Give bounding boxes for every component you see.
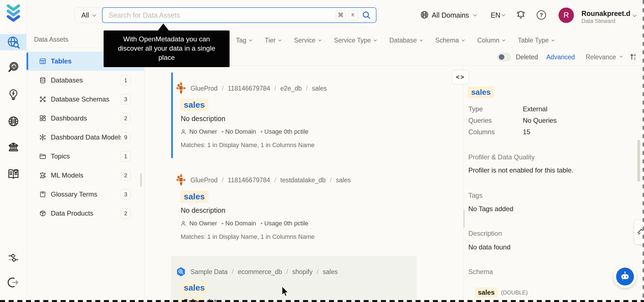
language-chevron-icon [501, 13, 505, 16]
result-title[interactable]: sales [180, 190, 208, 203]
package-icon [39, 210, 46, 217]
profiler-text: Profiler is not enabled for this table. [468, 166, 573, 174]
chevron-down-icon [249, 38, 252, 41]
sidebar-item-glossary-terms[interactable]: Glossary Terms 3 [27, 185, 144, 204]
help-button[interactable]: ? [537, 10, 546, 20]
glue-service-icon [176, 82, 186, 95]
filter-schema[interactable]: Schema [435, 37, 464, 44]
sidebar-item-ml-models[interactable]: ML Models 2 [27, 166, 144, 185]
user-avatar[interactable]: R [559, 8, 574, 23]
filter-service-type[interactable]: Service Type [334, 37, 376, 44]
result-title[interactable]: sales [180, 99, 208, 111]
schema-field-type: (DOUBLE) [501, 289, 528, 296]
incidents-bulb-icon[interactable] [0, 86, 27, 102]
global-search-bar[interactable]: ⌘ K [102, 7, 376, 23]
domain-value: No Domain [220, 220, 256, 227]
domains-chevron-icon [473, 13, 477, 16]
result-description: No description [181, 206, 225, 214]
chevron-down-icon [318, 38, 321, 41]
robot-icon [616, 268, 634, 286]
owner-value: No Owner [189, 220, 217, 227]
openmetadata-logo[interactable] [6, 4, 21, 23]
filter-service[interactable]: Service [294, 37, 321, 44]
avatar-initial: R [564, 11, 569, 20]
breadcrumb[interactable]: Sample Data ecommerce_db shopify sales [190, 268, 338, 276]
schema-icon [39, 96, 46, 103]
schema-field-row[interactable]: sales (DOUBLE) [475, 287, 528, 298]
onboarding-tooltip: With OpenMetadata you can discover all y… [104, 30, 230, 67]
info-label-queries: Queries [468, 117, 492, 124]
count-badge: 3 [121, 94, 131, 105]
sidebar-item-databases[interactable]: Databases 1 [27, 71, 144, 90]
filter-column[interactable]: Column [477, 37, 504, 44]
user-role: Data Steward [581, 18, 615, 24]
user-name: Rounakpreet.d [581, 10, 630, 18]
language-label: EN [491, 11, 500, 19]
filter-database[interactable]: Database [389, 37, 422, 44]
domain-value: No Domain [220, 128, 256, 135]
filter-table-type[interactable]: Table Type [518, 37, 554, 44]
result-title[interactable]: sales [180, 282, 208, 294]
info-value-type: External [523, 105, 547, 113]
glossary-icon [39, 191, 46, 198]
ml-model-icon [39, 172, 46, 179]
breadcrumb[interactable]: GlueProd 118146679784 e2e_db sales [190, 85, 327, 92]
sidebar-item-database-schemas[interactable]: Database Schemas 3 [27, 90, 144, 109]
chevron-down-icon [278, 38, 282, 41]
count-badge: 9 [121, 132, 131, 143]
selected-indicator-bar [171, 72, 173, 158]
filter-tier[interactable]: Tier [265, 37, 281, 44]
logout-icon[interactable] [0, 275, 27, 290]
usage-value: Usage 0th pctile [259, 128, 308, 135]
data-assets-sidebar: Data Assets Tables Databases 1 Database … [27, 29, 144, 302]
chevron-down-icon [92, 13, 96, 17]
chevron-down-icon [462, 38, 465, 41]
sidebar-item-data-products[interactable]: Data Products 2 [27, 204, 144, 223]
search-submit-icon[interactable] [362, 11, 371, 20]
user-menu-chevron-icon[interactable] [633, 13, 636, 17]
insights-icon[interactable] [0, 60, 27, 75]
collapse-panel-button[interactable]: <> [452, 70, 469, 84]
owner-icon [180, 220, 187, 227]
details-panel: sales Type External Queries No Queries C… [463, 29, 644, 302]
database-icon [39, 77, 46, 84]
panel-scrollbar[interactable] [637, 140, 640, 182]
sidebar-scrollbar[interactable] [140, 173, 142, 187]
domains-filter-globe-icon [420, 10, 429, 20]
dashboard-icon [39, 115, 46, 122]
table-icon [39, 58, 46, 65]
info-value-queries: No Queries [523, 117, 557, 124]
folder-icon [39, 153, 46, 160]
breadcrumb[interactable]: GlueProd 118146679784 testdatalake_db sa… [190, 176, 351, 184]
tags-text: No Tags added [468, 205, 513, 213]
description-text: No data found [468, 243, 511, 251]
panel-title[interactable]: sales [468, 86, 494, 98]
mouse-cursor [282, 286, 289, 299]
chatbot-button[interactable] [614, 265, 636, 288]
filter-tag[interactable]: Tag [236, 37, 251, 44]
data-model-icon [39, 134, 46, 141]
info-value-columns: 15 [523, 128, 530, 136]
sidebar-item-dashboard-data-models[interactable]: Dashboard Data Models 9 [27, 128, 144, 147]
result-card-sales-testdatalake[interactable]: GlueProd 118146679784 testdatalake_db sa… [168, 162, 419, 251]
notifications-bell-icon[interactable] [516, 10, 526, 21]
result-card-sales-e2e[interactable]: GlueProd 118146679784 e2e_db sales sales… [168, 70, 419, 159]
sidebar-item-dashboards[interactable]: Dashboards 2 [27, 109, 144, 128]
panel-mini-scrollbar[interactable] [463, 209, 465, 228]
domains-globe-icon[interactable] [0, 114, 27, 129]
search-scope-value: All [81, 11, 89, 19]
language-dropdown[interactable]: EN [491, 11, 500, 19]
search-input[interactable] [109, 11, 333, 19]
knowledge-book-icon[interactable] [0, 166, 27, 182]
govern-bank-icon[interactable] [0, 139, 27, 155]
tags-heading: Tags [468, 192, 483, 199]
settings-sliders-icon[interactable] [0, 250, 27, 266]
count-badge: 2 [121, 208, 131, 219]
sidebar-item-topics[interactable]: Topics 1 [27, 147, 144, 166]
sample-data-service-icon [176, 266, 186, 278]
filter-bar: Tag Tier Service Service Type Database S… [236, 34, 554, 47]
description-heading: Description [468, 230, 502, 237]
explore-icon[interactable] [0, 34, 27, 50]
all-domains-dropdown[interactable]: All Domains [432, 11, 469, 19]
result-card-sales-shopify[interactable]: Sample Data ecommerce_db shopify sales s… [168, 256, 419, 302]
